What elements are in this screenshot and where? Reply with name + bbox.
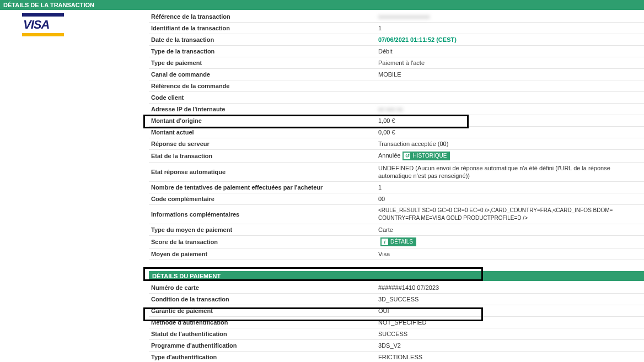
label-resp: Réponse du serveur: [149, 138, 376, 150]
details-label: DÉTAILS: [390, 238, 413, 246]
visa-logo: VISA: [22, 13, 64, 36]
row-type: Type de la transactionDébit: [149, 46, 644, 57]
label-auths: Statut de l'authentification: [149, 328, 376, 340]
value-compcode: 00: [376, 193, 644, 205]
row-authm: Méthode d'authentificationNOT_SPECIFIED: [149, 317, 644, 328]
label-state: Etat de la transaction: [149, 150, 376, 163]
info-icon: i: [382, 239, 388, 245]
historique-label: HISTORIQUE: [412, 152, 447, 160]
label-orderref: Référence de la commande: [149, 80, 376, 92]
row-autoresp: Etat réponse automatiqueUNDEFINED (Aucun…: [149, 163, 644, 182]
value-autoresp: UNDEFINED (Aucun envoi de réponse automa…: [376, 163, 644, 182]
value-ref: xxxxxxxxxxxxxxxxx: [378, 13, 430, 20]
label-clientcode: Code client: [149, 92, 376, 104]
value-orderref: [376, 80, 644, 92]
value-resp: Transaction acceptée (00): [376, 138, 644, 150]
label-type: Type de la transaction: [149, 46, 376, 57]
label-meanstype: Type du moyen de paiement: [149, 224, 376, 236]
label-authm: Méthode d'authentification: [149, 317, 376, 328]
row-prog: Programme d'authentification3DS_V2: [149, 340, 644, 352]
value-autht: FRICTIONLESS: [376, 352, 644, 363]
row-guar: Garantie de paiementOUI: [149, 305, 644, 317]
value-id: 1: [376, 23, 644, 34]
section-header-transaction: DÉTAILS DE LA TRANSACTION: [0, 0, 644, 10]
row-paytype: Type de paiementPaiement à l'acte: [149, 57, 644, 69]
row-meanstype: Type du moyen de paiementCarte: [149, 224, 644, 236]
row-curamt: Montant actuel0,00 €: [149, 127, 644, 138]
value-cond: 3D_SUCCESS: [376, 294, 644, 305]
value-auths: SUCCESS: [376, 328, 644, 340]
logo-column: VISA: [0, 11, 149, 260]
value-card: #######1410 07/2023: [376, 282, 644, 294]
label-origamt: Montant d'origine: [149, 115, 376, 127]
row-id: Identifiant de la transaction1: [149, 23, 644, 34]
row-cond: Condition de la transaction3D_SUCCESS: [149, 294, 644, 305]
row-ref: Référence de la transactionxxxxxxxxxxxxx…: [149, 11, 644, 23]
section-header-payment: DÉTAILS DU PAIEMENT: [149, 271, 644, 281]
label-curamt: Montant actuel: [149, 127, 376, 138]
transaction-content: VISA Référence de la transactionxxxxxxxx…: [0, 11, 644, 260]
label-compcode: Code complémentaire: [149, 193, 376, 205]
row-attempts: Nombre de tentatives de paiement effectu…: [149, 182, 644, 193]
value-curamt: 0,00 €: [376, 127, 644, 138]
row-card: Numéro de carte#######1410 07/2023: [149, 282, 644, 294]
value-clientcode: [376, 92, 644, 104]
label-guar: Garantie de paiement: [149, 305, 376, 317]
row-compcode: Code complémentaire00: [149, 193, 644, 205]
label-paytype: Type de paiement: [149, 57, 376, 69]
details-button[interactable]: iDÉTAILS: [380, 237, 416, 246]
label-prog: Programme d'authentification: [149, 340, 376, 352]
page-container: DÉTAILS DE LA TRANSACTION VISA Référence…: [0, 0, 644, 362]
value-authm: NOT_SPECIFIED: [376, 317, 644, 328]
row-state: Etat de la transactionAnnulée↺HISTORIQUE: [149, 150, 644, 163]
payment-table: Numéro de carte#######1410 07/2023 Condi…: [149, 282, 644, 362]
row-clientcode: Code client: [149, 92, 644, 104]
value-paytype: Paiement à l'acte: [376, 57, 644, 69]
row-orderref: Référence de la commande: [149, 80, 644, 92]
label-info: Informations complémentaires: [149, 205, 376, 224]
label-cond: Condition de la transaction: [149, 294, 376, 305]
transaction-table: Référence de la transactionxxxxxxxxxxxxx…: [149, 11, 644, 260]
value-meanstype: Carte: [376, 224, 644, 236]
value-state-cell: Annulée↺HISTORIQUE: [376, 150, 644, 163]
value-guar: OUI: [376, 305, 644, 317]
row-resp: Réponse du serveurTransaction acceptée (…: [149, 138, 644, 150]
label-attempts: Nombre de tentatives de paiement effectu…: [149, 182, 376, 193]
value-ip: xx xxx xx: [378, 106, 403, 112]
value-date[interactable]: 07/06/2021 01:11:52 (CEST): [378, 36, 457, 43]
history-icon: ↺: [404, 153, 410, 159]
label-ref: Référence de la transaction: [149, 11, 376, 23]
label-id: Identifiant de la transaction: [149, 23, 376, 34]
value-means: Visa: [376, 248, 644, 260]
label-card: Numéro de carte: [149, 282, 376, 294]
value-prog: 3DS_V2: [376, 340, 644, 352]
row-channel: Canal de commandeMOBILE: [149, 69, 644, 80]
value-origamt: 1,00 €: [376, 115, 644, 127]
payment-section: DÉTAILS DU PAIEMENT Numéro de carte#####…: [149, 271, 644, 362]
row-date: Date de la transaction07/06/2021 01:11:5…: [149, 34, 644, 46]
historique-button[interactable]: ↺HISTORIQUE: [402, 152, 450, 160]
transaction-table-col: Référence de la transactionxxxxxxxxxxxxx…: [149, 11, 644, 260]
visa-bar-bottom: [22, 33, 64, 36]
label-autht: Type d'authentification: [149, 352, 376, 363]
value-state: Annulée: [378, 152, 400, 159]
row-auths: Statut de l'authentificationSUCCESS: [149, 328, 644, 340]
value-info: <RULE_RESULT SC=0 GC=0 CR=0 EC=0 />,CARD…: [376, 205, 644, 224]
row-score: Score de la transactioniDÉTAILS: [149, 236, 644, 248]
row-info: Informations complémentaires<RULE_RESULT…: [149, 205, 644, 224]
visa-text: VISA: [22, 17, 64, 33]
row-ip: Adresse IP de l'internautexx xxx xx: [149, 104, 644, 115]
label-score: Score de la transaction: [149, 236, 376, 248]
value-attempts: 1: [376, 182, 644, 193]
value-score-cell: iDÉTAILS: [376, 236, 644, 248]
label-date: Date de la transaction: [149, 34, 376, 46]
label-means: Moyen de paiement: [149, 248, 376, 260]
label-channel: Canal de commande: [149, 69, 376, 80]
row-origamt: Montant d'origine1,00 €: [149, 115, 644, 127]
label-ip: Adresse IP de l'internaute: [149, 104, 376, 115]
value-type: Débit: [376, 46, 644, 57]
value-channel: MOBILE: [376, 69, 644, 80]
label-autoresp: Etat réponse automatique: [149, 163, 376, 182]
row-means: Moyen de paiementVisa: [149, 248, 644, 260]
row-autht: Type d'authentificationFRICTIONLESS: [149, 352, 644, 363]
